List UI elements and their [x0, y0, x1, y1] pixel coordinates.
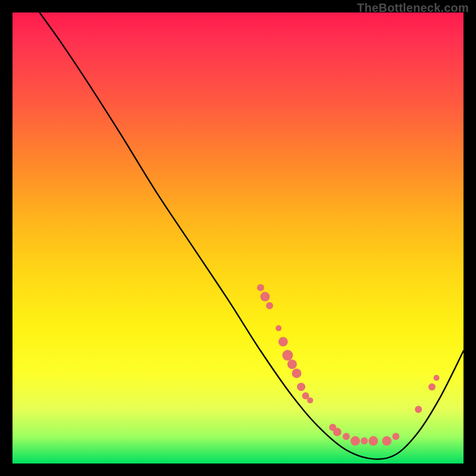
- sample-dot: [428, 383, 436, 390]
- sample-dot: [350, 436, 360, 446]
- sample-dot: [361, 437, 368, 444]
- bottleneck-curve-line: [39, 12, 464, 459]
- sample-dot: [260, 292, 270, 302]
- sample-dot: [333, 428, 342, 436]
- sample-dot: [266, 302, 273, 309]
- sample-dot: [278, 337, 288, 346]
- sample-dot: [382, 436, 392, 446]
- sample-dot: [292, 368, 302, 378]
- bottleneck-sample-dots: [257, 284, 440, 446]
- sample-dot: [343, 433, 350, 440]
- sample-dot: [368, 436, 378, 446]
- sample-dot: [392, 433, 399, 440]
- sample-dot: [434, 375, 440, 381]
- sample-dot: [275, 325, 281, 331]
- sample-dot: [307, 397, 313, 403]
- sample-dot: [297, 383, 305, 391]
- chart-plot-area: [12, 12, 464, 464]
- sample-dot: [257, 284, 264, 291]
- sample-dot: [415, 406, 422, 413]
- sample-dot: [282, 350, 293, 361]
- sample-dot: [287, 359, 297, 369]
- chart-svg: [12, 12, 464, 464]
